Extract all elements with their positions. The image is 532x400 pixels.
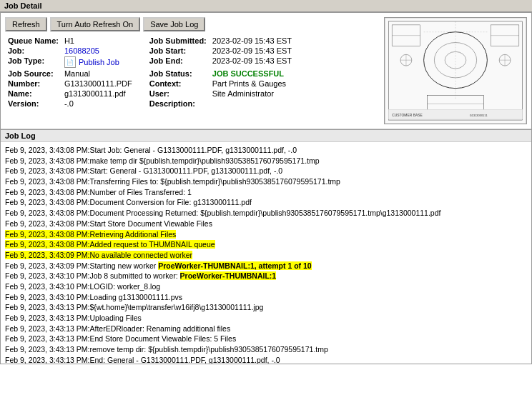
queue-name-row: Queue Name: H1 Job Submitted: 2023-02-09… (5, 36, 295, 46)
version-row: Version: -.0 Description: (5, 99, 295, 109)
log-line: Feb 9, 2023, 3:43:13 PM:remove temp dir:… (5, 344, 527, 355)
auto-refresh-button[interactable]: Turn Auto Refresh On (50, 17, 141, 31)
button-row: Refresh Turn Auto Refresh On Save Job Lo… (5, 17, 380, 31)
job-image: CUSTOMER BASE G1313000111 (384, 17, 527, 124)
queue-name-value: H1 (61, 36, 135, 46)
job-start-value: 2023-02-09 15:43 EST (210, 46, 295, 56)
log-line: Feb 9, 2023, 3:43:13 PM:Uploading Files (5, 313, 527, 324)
version-label: Version: (5, 99, 61, 109)
log-body[interactable]: Feb 9, 2023, 3:43:08 PM:Start Job: Gener… (1, 142, 531, 364)
log-line: Feb 9, 2023, 3:43:08 PM:Transferring Fil… (5, 176, 527, 187)
number-label: Number: (5, 79, 61, 89)
job-end-value: 2023-02-09 15:43 EST (210, 56, 295, 69)
user-value: Site Administrator (210, 89, 295, 99)
save-log-button[interactable]: Save Job Log (143, 17, 205, 31)
log-section: Job Log Feb 9, 2023, 3:43:08 PM:Start Jo… (1, 129, 531, 364)
name-label: Name: (5, 89, 61, 99)
log-line: Feb 9, 2023, 3:43:08 PM:Number of Files … (5, 187, 527, 198)
job-type-value: 📄 Publish Job (61, 56, 135, 69)
version-value: -.0 (61, 99, 135, 109)
log-line: Feb 9, 2023, 3:43:09 PM:No available con… (5, 250, 527, 261)
log-line: Feb 9, 2023, 3:43:13 PM:AfterEDRloader: … (5, 324, 527, 334)
log-line: Feb 9, 2023, 3:43:13 PM:End Store Docume… (5, 334, 527, 344)
technical-drawing: CUSTOMER BASE G1313000111 (385, 18, 526, 124)
main-container: Refresh Turn Auto Refresh On Save Job Lo… (0, 12, 532, 364)
log-line: Feb 9, 2023, 3:43:09 PM:Starting new wor… (5, 261, 527, 271)
log-line: Feb 9, 2023, 3:43:13 PM:${wt.home}\temp\… (5, 302, 527, 313)
log-line: Feb 9, 2023, 3:43:10 PM:LOGID: worker_8.… (5, 281, 527, 292)
top-section: Refresh Turn Auto Refresh On Save Job Lo… (1, 13, 531, 129)
job-value: 16088205 (61, 46, 135, 56)
submitted-value: 2023-02-09 15:43 EST (210, 36, 295, 46)
info-table: Queue Name: H1 Job Submitted: 2023-02-09… (5, 36, 295, 109)
user-label: User: (135, 89, 210, 99)
log-line: Feb 9, 2023, 3:43:08 PM:Added request to… (5, 239, 527, 250)
svg-text:CUSTOMER BASE: CUSTOMER BASE (392, 114, 423, 117)
svg-text:G1313000111: G1313000111 (470, 114, 488, 117)
log-line: Feb 9, 2023, 3:43:08 PM:make temp dir ${… (5, 156, 527, 166)
number-row: Number: G1313000111.PDF Context: Part Pr… (5, 79, 295, 89)
number-value: G1313000111.PDF (61, 79, 135, 89)
job-status-label: Job Status: (135, 69, 210, 79)
name-value: g1313000111.pdf (61, 89, 135, 99)
job-source-value: Manual (61, 69, 135, 79)
log-line: Feb 9, 2023, 3:43:08 PM:Document Convers… (5, 197, 527, 208)
log-line: Feb 9, 2023, 3:43:10 PM:Job 8 submitted … (5, 271, 527, 281)
log-line: Feb 9, 2023, 3:43:08 PM:Retrieving Addit… (5, 229, 527, 240)
title-text: Job Detail (4, 1, 42, 10)
log-line: Feb 9, 2023, 3:43:10 PM:Loading g1313000… (5, 292, 527, 303)
context-value: Part Prints & Gauges (210, 79, 295, 89)
job-label: Job: (5, 46, 61, 56)
submitted-label: Job Submitted: (135, 36, 210, 46)
job-row: Job: 16088205 Job Start: 2023-02-09 15:4… (5, 46, 295, 56)
job-link[interactable]: 16088205 (64, 46, 99, 55)
refresh-button[interactable]: Refresh (5, 17, 47, 31)
description-label: Description: (135, 99, 210, 109)
job-source-label: Job Source: (5, 69, 61, 79)
job-start-label: Job Start: (135, 46, 210, 56)
title-bar: Job Detail (0, 0, 532, 12)
job-type-link[interactable]: Publish Job (79, 58, 119, 66)
log-line: Feb 9, 2023, 3:43:08 PM:Start: General -… (5, 166, 527, 176)
job-source-row: Job Source: Manual Job Status: JOB SUCCE… (5, 69, 295, 79)
job-status-value: JOB SUCCESSFUL (210, 69, 295, 79)
log-header-text: Job Log (5, 131, 36, 140)
log-line: Feb 9, 2023, 3:43:08 PM:Document Process… (5, 208, 527, 219)
job-type-label: Job Type: (5, 56, 61, 69)
log-line: Feb 9, 2023, 3:43:08 PM:Start Job: Gener… (5, 145, 527, 156)
name-row: Name: g1313000111.pdf User: Site Adminis… (5, 89, 295, 99)
log-line: Feb 9, 2023, 3:43:13 PM:End: General - G… (5, 355, 527, 364)
context-label: Context: (135, 79, 210, 89)
log-header: Job Log (1, 130, 531, 142)
description-value (210, 99, 295, 109)
left-info: Refresh Turn Auto Refresh On Save Job Lo… (5, 17, 380, 124)
queue-name-label: Queue Name: (5, 36, 61, 46)
publish-icon: 📄 (64, 56, 76, 68)
job-end-label: Job End: (135, 56, 210, 69)
job-type-row: Job Type: 📄 Publish Job Job End: 2023-02… (5, 56, 295, 69)
log-line: Feb 9, 2023, 3:43:08 PM:Start Store Docu… (5, 219, 527, 229)
